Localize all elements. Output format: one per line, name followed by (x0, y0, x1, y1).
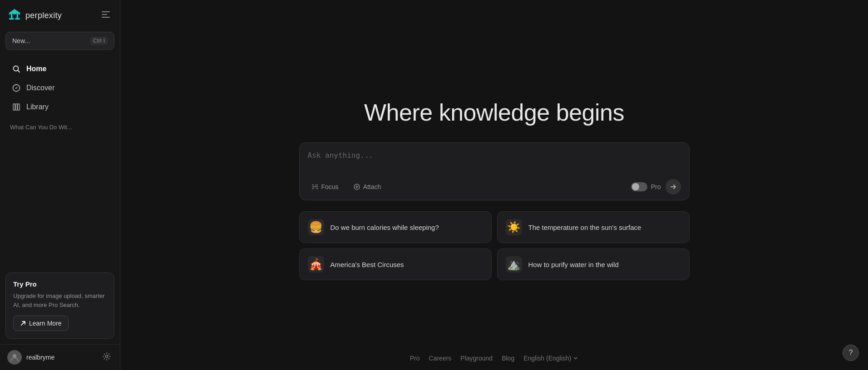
suggestion-emoji-2: 🎪 (308, 256, 324, 273)
sidebar-item-discover[interactable]: Discover (4, 79, 116, 97)
svg-rect-6 (15, 104, 17, 110)
library-item[interactable]: What Can You Do Wit... (4, 121, 116, 134)
search-input[interactable] (308, 151, 681, 173)
sidebar-footer: realbryme (0, 344, 120, 370)
footer-link-pro[interactable]: Pro (410, 355, 420, 362)
pro-toggle-area: Pro (631, 182, 661, 191)
shortcut-ctrl: Ctrl (93, 38, 102, 44)
compass-icon (12, 83, 21, 92)
suggestion-card-2[interactable]: 🎪 America's Best Circuses (299, 248, 492, 280)
search-container: Focus Attach Pro (299, 142, 690, 200)
learn-more-button[interactable]: Learn More (13, 316, 69, 331)
attach-label: Attach (363, 183, 381, 190)
submit-button[interactable] (666, 179, 681, 195)
pro-toggle[interactable] (631, 182, 647, 191)
suggestion-text-0: Do we burn calories while sleeping? (330, 224, 439, 231)
help-button[interactable]: ? (843, 345, 859, 361)
search-toolbar: Focus Attach Pro (308, 179, 681, 195)
svg-rect-5 (13, 104, 15, 110)
attach-button[interactable]: Attach (350, 181, 385, 192)
user-info[interactable]: realbryme (7, 350, 54, 365)
perplexity-logo-icon (7, 8, 22, 23)
sidebar-item-discover-label: Discover (26, 84, 54, 92)
focus-label: Focus (321, 183, 339, 190)
language-label: English (English) (523, 355, 571, 362)
sidebar-header: perplexity (0, 0, 120, 28)
focus-icon (311, 183, 319, 190)
library-icon (12, 102, 21, 112)
sidebar-item-library-label: Library (26, 103, 49, 111)
new-thread-label: New... (12, 37, 30, 44)
svg-rect-2 (102, 17, 110, 18)
language-selector-button[interactable]: English (English) (523, 355, 578, 362)
collapse-sidebar-button[interactable] (99, 10, 113, 21)
sidebar: perplexity New... Ctrl I Home (0, 0, 120, 370)
pro-label: Pro (651, 183, 661, 190)
suggestion-emoji-1: ☀️ (506, 219, 522, 235)
app-name: perplexity (25, 11, 62, 20)
svg-point-8 (13, 354, 16, 358)
suggestion-text-3: How to purify water in the wild (528, 261, 619, 268)
sidebar-item-home-label: Home (26, 65, 46, 73)
footer-link-playground[interactable]: Playground (460, 355, 493, 362)
suggestion-card-0[interactable]: 🍔 Do we burn calories while sleeping? (299, 211, 492, 243)
svg-rect-7 (18, 104, 20, 110)
hero-title: Where knowledge begins (364, 99, 624, 126)
pro-promo-description: Upgrade for image upload, smarter AI, an… (13, 292, 107, 309)
new-thread-shortcut: Ctrl I (90, 37, 108, 45)
pro-promo-card: Try Pro Upgrade for image upload, smarte… (5, 273, 114, 339)
sidebar-item-library[interactable]: Library (4, 98, 116, 116)
svg-point-3 (14, 66, 19, 71)
settings-button[interactable] (101, 351, 113, 364)
svg-rect-0 (102, 11, 110, 12)
suggestion-text-1: The temperature on the sun's surface (528, 224, 641, 231)
username: realbryme (26, 354, 54, 361)
nav-section: Home Discover Library (0, 57, 120, 119)
new-thread-button[interactable]: New... Ctrl I (5, 32, 114, 50)
suggestion-text-2: America's Best Circuses (330, 261, 404, 268)
footer-link-careers[interactable]: Careers (429, 355, 452, 362)
library-section: What Can You Do Wit... (0, 119, 120, 136)
logo-area: perplexity (7, 8, 62, 23)
chevron-down-icon (573, 355, 578, 361)
shortcut-key: I (104, 38, 105, 44)
help-icon: ? (849, 349, 853, 357)
svg-point-9 (106, 355, 108, 358)
main-content: Where knowledge begins Focus Attach (120, 0, 868, 370)
avatar (7, 350, 22, 365)
toolbar-left: Focus Attach (308, 181, 385, 192)
suggestion-card-1[interactable]: ☀️ The temperature on the sun's surface (497, 211, 690, 243)
arrow-up-right-icon (20, 320, 26, 326)
toolbar-right: Pro (631, 179, 681, 195)
suggestion-emoji-0: 🍔 (308, 219, 324, 235)
learn-more-label: Learn More (29, 320, 62, 327)
focus-button[interactable]: Focus (308, 181, 342, 192)
suggestion-card-3[interactable]: ⛰️ How to purify water in the wild (497, 248, 690, 280)
attach-icon (353, 183, 360, 190)
suggestion-emoji-3: ⛰️ (506, 256, 522, 273)
footer: Pro Careers Playground Blog English (Eng… (410, 355, 579, 362)
svg-rect-1 (102, 14, 107, 15)
suggestions-grid: 🍔 Do we burn calories while sleeping? ☀️… (299, 211, 690, 280)
sidebar-item-home[interactable]: Home (4, 60, 116, 78)
search-icon (12, 64, 21, 73)
footer-link-blog[interactable]: Blog (502, 355, 514, 362)
pro-promo-title: Try Pro (13, 280, 107, 288)
